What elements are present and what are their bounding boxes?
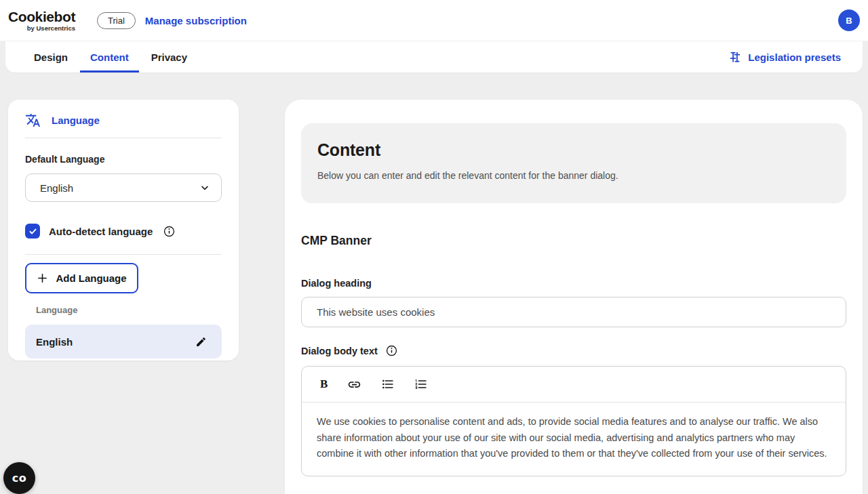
add-language-label: Add Language bbox=[56, 272, 126, 284]
trial-badge: Trial bbox=[97, 12, 136, 29]
dialog-body-text[interactable]: We use cookies to personalise content an… bbox=[302, 403, 846, 476]
sliders-icon bbox=[728, 50, 742, 64]
page-title: Content bbox=[317, 140, 830, 160]
logo-title: Cookiebot bbox=[8, 9, 75, 24]
top-header: Cookiebot by Usercentrics Trial Manage s… bbox=[0, 0, 868, 41]
plus-icon bbox=[37, 272, 48, 284]
dialog-body-label-row: Dialog body text bbox=[301, 345, 846, 356]
tab-design[interactable]: Design bbox=[24, 41, 78, 73]
bold-icon[interactable]: B bbox=[320, 377, 328, 391]
language-panel-header[interactable]: Language bbox=[25, 100, 222, 128]
translate-icon bbox=[25, 112, 41, 128]
default-language-value: English bbox=[40, 182, 73, 194]
page-description: Below you can enter and edit the relevan… bbox=[317, 170, 830, 181]
bullet-list-icon[interactable] bbox=[381, 377, 395, 391]
language-column-header: Language bbox=[25, 305, 222, 315]
dialog-body-info-icon[interactable] bbox=[386, 345, 397, 356]
divider bbox=[25, 138, 222, 138]
content-panel: Content Below you can enter and edit the… bbox=[285, 100, 863, 494]
dialog-body-editor: B We use cookies to personalise content … bbox=[301, 366, 846, 476]
user-avatar[interactable]: B bbox=[838, 9, 860, 31]
legislation-presets-label: Legislation presets bbox=[748, 52, 841, 63]
cookiebot-mark-icon: co bbox=[12, 472, 26, 485]
divider bbox=[25, 254, 222, 255]
auto-detect-info-icon[interactable] bbox=[163, 226, 175, 237]
auto-detect-checkbox[interactable] bbox=[25, 224, 40, 239]
tab-privacy[interactable]: Privacy bbox=[141, 41, 197, 73]
language-panel-title: Language bbox=[52, 115, 100, 126]
numbered-list-icon[interactable] bbox=[414, 377, 428, 391]
language-row-name: English bbox=[36, 336, 73, 348]
tab-content[interactable]: Content bbox=[80, 41, 139, 73]
content-intro-banner: Content Below you can enter and edit the… bbox=[301, 123, 846, 203]
auto-detect-row: Auto-detect language bbox=[25, 224, 222, 239]
dialog-heading-input[interactable] bbox=[301, 297, 846, 327]
manage-subscription-link[interactable]: Manage subscription bbox=[145, 15, 247, 26]
dialog-heading-label: Dialog heading bbox=[301, 278, 846, 289]
dialog-body-label: Dialog body text bbox=[301, 346, 378, 356]
chat-widget-button[interactable]: co bbox=[3, 462, 35, 494]
chevron-down-icon bbox=[199, 182, 210, 193]
auto-detect-label: Auto-detect language bbox=[49, 226, 153, 237]
link-icon[interactable] bbox=[347, 377, 361, 392]
language-row-english[interactable]: English bbox=[25, 325, 222, 358]
default-language-select[interactable]: English bbox=[25, 173, 222, 202]
edit-pencil-icon[interactable] bbox=[195, 336, 207, 348]
editor-toolbar: B bbox=[302, 367, 846, 403]
cookiebot-logo[interactable]: Cookiebot by Usercentrics bbox=[8, 9, 75, 32]
add-language-button[interactable]: Add Language bbox=[25, 263, 138, 293]
default-language-label: Default Language bbox=[25, 154, 222, 165]
cmp-banner-section-title: CMP Banner bbox=[301, 234, 846, 248]
settings-tabbar: Design Content Privacy Legislation prese… bbox=[5, 41, 863, 73]
legislation-presets-button[interactable]: Legislation presets bbox=[728, 41, 841, 73]
language-panel: Language Default Language English Auto-d… bbox=[8, 100, 239, 361]
logo-subtitle: by Usercentrics bbox=[27, 25, 75, 32]
